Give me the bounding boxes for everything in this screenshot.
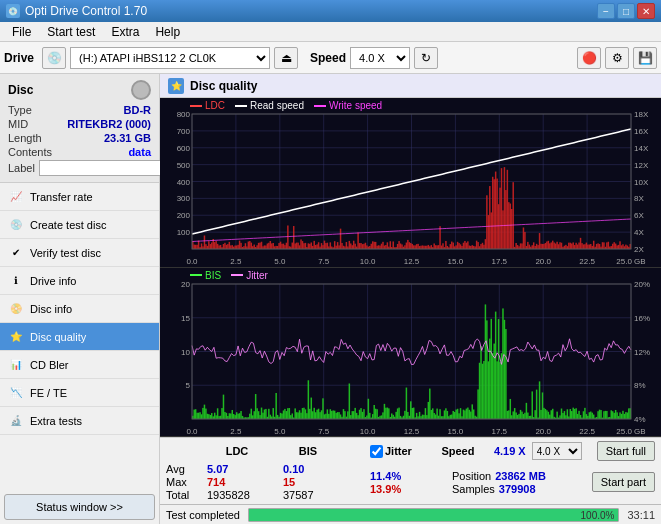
svg-rect-110 [281, 244, 283, 249]
svg-rect-217 [438, 245, 440, 249]
svg-rect-61 [210, 244, 212, 249]
svg-rect-240 [471, 245, 473, 249]
menu-extra[interactable]: Extra [103, 23, 147, 41]
svg-rect-247 [482, 243, 484, 249]
svg-rect-467 [309, 408, 311, 418]
svg-rect-428 [252, 415, 254, 419]
eject-button[interactable]: ⏏ [274, 47, 298, 69]
nav-create-test-disc[interactable]: 💿 Create test disc [0, 211, 159, 239]
svg-rect-632 [551, 410, 553, 419]
svg-rect-510 [372, 414, 374, 419]
svg-rect-166 [363, 244, 365, 249]
drive-select[interactable]: (H:) ATAPI iHBS112 2 CL0K [70, 47, 270, 69]
svg-rect-482 [331, 410, 333, 418]
svg-rect-547 [426, 415, 428, 419]
svg-rect-431 [256, 408, 258, 419]
svg-rect-472 [316, 409, 318, 418]
speed-select[interactable]: 4.0 X [350, 47, 410, 69]
save-button[interactable]: 💾 [633, 47, 657, 69]
nav-extra-tests[interactable]: 🔬 Extra tests [0, 407, 159, 435]
menu-file[interactable]: File [4, 23, 39, 41]
svg-rect-609 [517, 414, 519, 418]
svg-rect-182 [387, 242, 389, 249]
svg-text:7.5: 7.5 [318, 257, 330, 266]
nav-disc-info-label: Disc info [30, 303, 72, 315]
minimize-button[interactable]: − [597, 3, 615, 19]
nav-fe-te[interactable]: 📉 FE / TE [0, 379, 159, 407]
svg-rect-102 [270, 241, 272, 249]
progress-bar [249, 509, 618, 521]
menubar: File Start test Extra Help [0, 22, 661, 42]
nav-disc-quality[interactable]: ⭐ Disc quality [0, 323, 159, 351]
svg-rect-408 [223, 394, 225, 418]
svg-rect-306 [568, 243, 570, 249]
refresh-button[interactable]: ↻ [414, 47, 438, 69]
svg-rect-319 [587, 245, 589, 249]
status-window-button[interactable]: Status window >> [4, 494, 155, 520]
svg-rect-647 [572, 407, 574, 418]
settings-button[interactable]: ⚙ [605, 47, 629, 69]
create-test-disc-icon: 💿 [8, 217, 24, 233]
nav-verify-test-disc[interactable]: ✔ Verify test disc [0, 239, 159, 267]
svg-rect-528 [398, 407, 400, 418]
total-bis-value: 37587 [283, 489, 338, 501]
start-full-button[interactable]: Start full [597, 441, 655, 461]
svg-rect-340 [618, 245, 620, 249]
drive-icon: 💿 [42, 47, 66, 69]
svg-rect-563 [450, 414, 452, 418]
maximize-button[interactable]: □ [617, 3, 635, 19]
write-speed-color-dot [314, 105, 326, 107]
ldc-legend-ldc: LDC [190, 100, 225, 111]
cd-bler-icon: 📊 [8, 357, 24, 373]
svg-rect-565 [452, 410, 454, 418]
svg-rect-249 [485, 239, 487, 249]
svg-rect-194 [404, 245, 406, 249]
ldc-col-header: LDC [202, 445, 272, 457]
svg-rect-658 [589, 412, 591, 419]
svg-rect-468 [311, 397, 313, 418]
svg-rect-457 [294, 408, 296, 419]
burn-button[interactable]: 🔴 [577, 47, 601, 69]
svg-rect-450 [284, 408, 286, 418]
svg-rect-550 [431, 409, 433, 418]
svg-text:20.0: 20.0 [535, 427, 551, 436]
svg-text:10: 10 [181, 347, 190, 356]
svg-rect-146 [334, 241, 336, 249]
status-window-label: Status window >> [36, 501, 123, 513]
svg-text:8%: 8% [634, 381, 646, 390]
svg-rect-470 [313, 407, 315, 418]
svg-rect-481 [330, 409, 332, 419]
svg-rect-566 [454, 411, 456, 418]
titlebar-controls: − □ ✕ [597, 3, 655, 19]
svg-rect-664 [597, 411, 599, 419]
svg-rect-513 [376, 409, 378, 419]
close-button[interactable]: ✕ [637, 3, 655, 19]
menu-help[interactable]: Help [147, 23, 188, 41]
nav-items: 📈 Transfer rate 💿 Create test disc ✔ Ver… [0, 183, 159, 490]
svg-rect-567 [455, 409, 457, 418]
svg-text:18X: 18X [634, 110, 649, 119]
svg-rect-415 [233, 414, 235, 419]
svg-rect-111 [283, 244, 285, 249]
nav-drive-info[interactable]: ℹ Drive info [0, 267, 159, 295]
jitter-checkbox[interactable] [370, 445, 383, 458]
start-part-button[interactable]: Start part [592, 472, 655, 492]
svg-rect-611 [520, 409, 522, 418]
speed-select-stats[interactable]: 4.0 X [532, 442, 582, 460]
disc-label-input[interactable] [39, 160, 172, 176]
svg-rect-214 [433, 243, 435, 249]
nav-disc-info[interactable]: 📀 Disc info [0, 295, 159, 323]
svg-rect-118 [293, 226, 295, 249]
disc-mid-label: MID [8, 118, 28, 130]
svg-rect-212 [431, 245, 433, 249]
svg-text:16X: 16X [634, 127, 649, 136]
svg-rect-669 [605, 410, 607, 418]
svg-rect-534 [407, 411, 409, 418]
svg-rect-298 [556, 242, 558, 249]
nav-transfer-rate[interactable]: 📈 Transfer rate [0, 183, 159, 211]
svg-text:2.5: 2.5 [230, 427, 242, 436]
svg-rect-448 [281, 413, 283, 418]
svg-rect-325 [596, 244, 598, 249]
nav-cd-bler[interactable]: 📊 CD Bler [0, 351, 159, 379]
menu-start-test[interactable]: Start test [39, 23, 103, 41]
